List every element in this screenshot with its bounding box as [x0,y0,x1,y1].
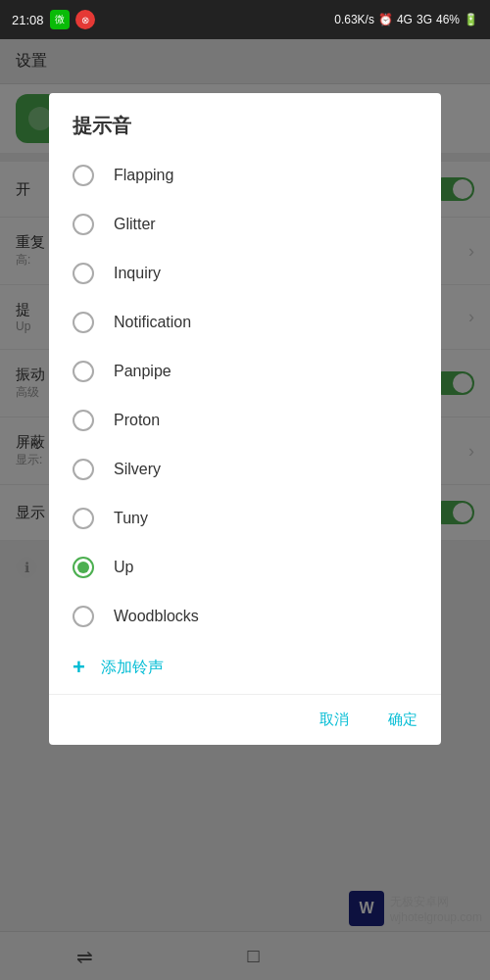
radio-item-inquiry[interactable]: Inquiry [49,249,441,298]
radio-label-flapping: Flapping [114,167,173,184]
radio-circle-glitter [73,214,94,235]
cancel-button[interactable]: 取消 [312,707,357,733]
radio-label-inquiry: Inquiry [114,265,161,282]
radio-circle-proton [73,410,94,431]
radio-circle-notification [73,312,94,333]
time-display: 21:08 [12,13,44,27]
ringtone-dialog: 提示音 Flapping Glitter Inquiry Notificatio… [49,93,441,745]
background-screen: 设置 开 重复 高: › 提 Up › 振动 高级 [0,39,490,980]
dialog-actions: 取消 确定 [49,695,441,745]
signal-4g: 4G [397,13,413,26]
radio-item-notification[interactable]: Notification [49,298,441,347]
status-bar: 21:08 微 ⊗ 0.63K/s ⏰ 4G 3G 46% 🔋 [0,0,490,39]
radio-item-up[interactable]: Up [49,543,441,592]
signal-3g: 3G [416,13,432,26]
battery-icon: 🔋 [464,13,478,26]
radio-circle-woodblocks [73,606,94,627]
radio-label-silvery: Silvery [114,461,161,478]
status-right: 0.63K/s ⏰ 4G 3G 46% 🔋 [334,13,478,26]
radio-item-panpipe[interactable]: Panpipe [49,347,441,396]
radio-circle-flapping [73,165,94,186]
radio-item-flapping[interactable]: Flapping [49,151,441,200]
alarm-icon: ⏰ [378,13,393,26]
radio-circle-silvery [73,459,94,480]
network-speed: 0.63K/s [334,13,374,26]
radio-label-tuny: Tuny [114,510,148,527]
confirm-button[interactable]: 确定 [380,707,425,733]
notification-icon: ⊗ [75,10,95,29]
status-left: 21:08 微 ⊗ [12,10,95,29]
plus-icon: + [73,655,85,680]
radio-circle-tuny [73,508,94,529]
dialog-title: 提示音 [49,93,441,151]
radio-label-glitter: Glitter [114,216,156,233]
radio-label-panpipe: Panpipe [114,363,172,380]
add-ringtone-label[interactable]: 添加铃声 [101,658,164,678]
radio-item-silvery[interactable]: Silvery [49,445,441,494]
radio-label-up: Up [114,559,133,576]
dialog-list: Flapping Glitter Inquiry Notification Pa… [49,151,441,694]
radio-item-tuny[interactable]: Tuny [49,494,441,543]
add-ringtone-row[interactable]: + 添加铃声 [49,641,441,694]
wechat-icon: 微 [50,10,70,29]
radio-item-woodblocks[interactable]: Woodblocks [49,592,441,641]
radio-item-glitter[interactable]: Glitter [49,200,441,249]
radio-label-notification: Notification [114,314,191,331]
radio-item-proton[interactable]: Proton [49,396,441,445]
radio-circle-panpipe [73,361,94,382]
radio-label-proton: Proton [114,412,160,429]
battery-text: 46% [436,13,460,26]
radio-circle-up [73,557,94,578]
radio-circle-inquiry [73,263,94,284]
radio-label-woodblocks: Woodblocks [114,608,199,625]
